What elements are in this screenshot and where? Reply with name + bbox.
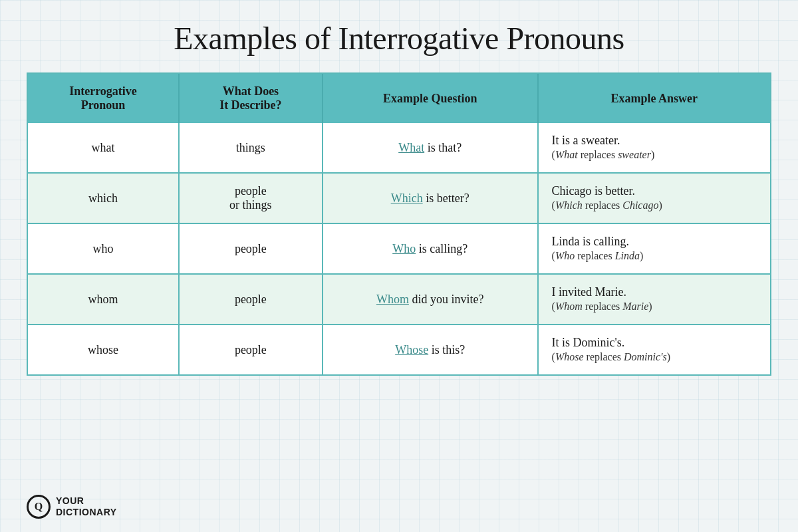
table-row: what things What is that? It is a sweate… — [28, 123, 770, 173]
header-pronoun: InterrogativePronoun — [28, 74, 179, 123]
header-describes: What DoesIt Describe? — [179, 74, 323, 123]
cell-pronoun: what — [28, 123, 179, 173]
cell-question: Whom did you invite? — [323, 274, 538, 325]
answer-note: (What replaces sweater) — [552, 149, 655, 160]
table-row: whose people Whose is this? It is Domini… — [28, 325, 770, 374]
cell-question: What is that? — [323, 123, 538, 173]
page-title: Examples of Interrogative Pronouns — [174, 20, 624, 57]
question-link: Whom — [376, 293, 409, 306]
main-table-container: InterrogativePronoun What DoesIt Describ… — [27, 72, 771, 376]
cell-describes: peopleor things — [179, 173, 323, 223]
table-row: whom people Whom did you invite? I invit… — [28, 274, 770, 325]
cell-describes: people — [179, 325, 323, 374]
question-link: Whose — [395, 343, 428, 356]
question-link: Who — [392, 242, 416, 255]
logo-circle: Q — [27, 495, 51, 519]
table-header-row: InterrogativePronoun What DoesIt Describ… — [28, 74, 770, 123]
cell-question: Which is better? — [323, 173, 538, 223]
cell-question: Whose is this? — [323, 325, 538, 374]
logo-area: Q YOUR DICTIONARY — [27, 495, 117, 519]
header-question: Example Question — [323, 74, 538, 123]
table-row: which peopleor things Which is better? C… — [28, 173, 770, 223]
cell-describes: people — [179, 274, 323, 325]
logo-line1: YOUR — [56, 495, 84, 506]
question-link: What — [398, 141, 424, 154]
cell-answer: Linda is calling. (Who replaces Linda) — [538, 223, 770, 274]
cell-answer: It is Dominic's. (Whose replaces Dominic… — [538, 325, 770, 374]
cell-pronoun: whom — [28, 274, 179, 325]
cell-describes: things — [179, 123, 323, 173]
cell-pronoun: whose — [28, 325, 179, 374]
cell-answer: It is a sweater. (What replaces sweater) — [538, 123, 770, 173]
logo-line2: DICTIONARY — [56, 507, 117, 517]
table-row: who people Who is calling? Linda is call… — [28, 223, 770, 274]
cell-answer: Chicago is better. (Which replaces Chica… — [538, 173, 770, 223]
pronouns-table: InterrogativePronoun What DoesIt Describ… — [28, 74, 770, 374]
header-answer: Example Answer — [538, 74, 770, 123]
cell-answer: I invited Marie. (Whom replaces Marie) — [538, 274, 770, 325]
cell-pronoun: who — [28, 223, 179, 274]
cell-question: Who is calling? — [323, 223, 538, 274]
cell-pronoun: which — [28, 173, 179, 223]
logo-circle-text: Q — [35, 501, 43, 513]
question-link: Which — [391, 192, 423, 205]
answer-note: (Whose replaces Dominic's) — [552, 351, 670, 362]
cell-describes: people — [179, 223, 323, 274]
answer-note: (Which replaces Chicago) — [552, 200, 662, 211]
logo-text: YOUR DICTIONARY — [56, 495, 117, 518]
answer-note: (Whom replaces Marie) — [552, 301, 652, 312]
answer-note: (Who replaces Linda) — [552, 250, 644, 261]
